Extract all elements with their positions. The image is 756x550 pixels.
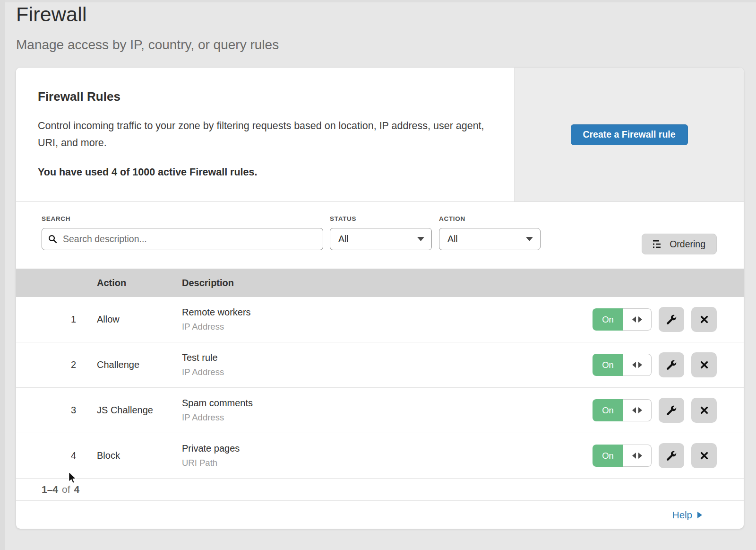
rule-description-cell: Spam comments IP Address <box>182 398 574 423</box>
rule-match-field: IP Address <box>182 322 574 332</box>
create-firewall-rule-button[interactable]: Create a Firewall rule <box>571 124 688 145</box>
rules-usage-count: You have used 4 of 1000 active Firewall … <box>38 166 486 178</box>
rule-priority: 1 <box>42 314 79 325</box>
edit-rule-button[interactable] <box>659 398 684 423</box>
status-select[interactable]: All <box>330 228 432 250</box>
rule-controls: On <box>574 307 744 332</box>
rule-description: Test rule <box>182 352 574 363</box>
rule-enabled-toggle[interactable]: On <box>593 399 652 421</box>
rules-summary-text: Firewall Rules Control incoming traffic … <box>16 68 514 201</box>
page-subtitle: Manage access by IP, country, or query r… <box>16 37 279 52</box>
ordering-button-label: Ordering <box>670 239 705 250</box>
rules-table-body: 1 Allow Remote workers IP Address On <box>16 297 744 479</box>
delete-rule-button[interactable] <box>691 443 717 468</box>
ordering-button[interactable]: Ordering <box>642 234 717 254</box>
search-icon <box>48 235 57 244</box>
pagination-total: 4 <box>74 484 80 495</box>
edit-rule-button[interactable] <box>659 443 684 468</box>
toggle-state-label[interactable]: On <box>593 445 623 467</box>
chevron-down-icon <box>526 237 533 241</box>
edit-rule-button[interactable] <box>659 352 684 377</box>
triangle-right-icon <box>638 453 642 459</box>
toggle-arrows-icon[interactable] <box>623 445 652 467</box>
close-icon <box>700 451 709 460</box>
help-arrow-icon <box>697 512 702 518</box>
toggle-arrows-icon[interactable] <box>623 308 652 331</box>
triangle-right-icon <box>638 407 642 413</box>
rule-match-field: URI Path <box>182 458 574 468</box>
delete-rule-button[interactable] <box>691 398 717 423</box>
wrench-icon <box>666 405 677 416</box>
ordering-list-icon <box>653 240 663 248</box>
rules-card-title: Firewall Rules <box>38 89 486 104</box>
rule-match-field: IP Address <box>182 367 574 377</box>
window-top-edge <box>0 0 756 2</box>
triangle-right-icon <box>638 362 642 368</box>
toggle-state-label[interactable]: On <box>593 354 623 376</box>
status-label: STATUS <box>330 215 432 222</box>
table-row: 4 Block Private pages URI Path On <box>16 433 744 479</box>
chevron-down-icon <box>417 237 424 241</box>
search-filter-group: SEARCH <box>42 215 323 250</box>
toggle-arrows-icon[interactable] <box>623 354 652 376</box>
rule-action: Challenge <box>79 359 182 370</box>
window-left-edge <box>0 0 5 550</box>
toggle-state-label[interactable]: On <box>593 308 623 331</box>
action-label: ACTION <box>439 215 541 222</box>
action-selected-value: All <box>447 234 458 244</box>
rule-enabled-toggle[interactable]: On <box>593 354 652 376</box>
triangle-right-icon <box>638 316 642 323</box>
triangle-left-icon <box>632 316 636 323</box>
action-column-header: Action <box>79 278 182 288</box>
pagination-row: 1–4 of 4 <box>16 479 744 501</box>
rule-description-cell: Test rule IP Address <box>182 352 574 377</box>
rule-description: Spam comments <box>182 398 574 409</box>
delete-rule-button[interactable] <box>691 307 717 332</box>
rule-action: Block <box>79 450 182 461</box>
rule-controls: On <box>574 352 744 377</box>
close-icon <box>700 406 709 415</box>
triangle-left-icon <box>632 407 636 413</box>
toggle-state-label[interactable]: On <box>593 399 623 421</box>
rule-description-cell: Private pages URI Path <box>182 443 574 468</box>
wrench-icon <box>666 451 677 461</box>
help-link[interactable]: Help <box>672 509 702 521</box>
triangle-left-icon <box>632 453 636 459</box>
page-title: Firewall <box>16 3 279 26</box>
rule-priority: 2 <box>42 359 79 370</box>
page-header: Firewall Manage access by IP, country, o… <box>16 3 279 52</box>
delete-rule-button[interactable] <box>691 352 717 377</box>
rule-enabled-toggle[interactable]: On <box>593 308 652 331</box>
pagination-range: 1–4 <box>42 484 58 495</box>
wrench-icon <box>666 314 677 325</box>
action-select[interactable]: All <box>439 228 541 250</box>
toggle-arrows-icon[interactable] <box>623 399 652 421</box>
search-input[interactable] <box>62 233 317 245</box>
filter-bar: SEARCH STATUS All ACTION All <box>16 202 744 269</box>
rule-action: Allow <box>79 314 182 325</box>
description-column-header: Description <box>182 278 574 288</box>
rule-controls: On <box>574 443 744 468</box>
rule-description-cell: Remote workers IP Address <box>182 307 574 332</box>
rule-description: Private pages <box>182 443 574 454</box>
help-row: Help <box>16 501 744 529</box>
status-selected-value: All <box>338 234 349 244</box>
edit-rule-button[interactable] <box>659 307 684 332</box>
close-icon <box>700 315 709 324</box>
table-row: 2 Challenge Test rule IP Address On <box>16 342 744 388</box>
firewall-rules-card: Firewall Rules Control incoming traffic … <box>16 68 744 529</box>
help-link-label: Help <box>672 509 692 521</box>
rule-description: Remote workers <box>182 307 574 318</box>
status-filter-group: STATUS All <box>330 215 432 250</box>
rule-priority: 4 <box>42 450 79 461</box>
rules-card-description: Control incoming traffic to your zone by… <box>38 117 484 151</box>
search-box <box>42 228 323 250</box>
pagination-of: of <box>62 484 70 495</box>
wrench-icon <box>666 360 677 370</box>
triangle-left-icon <box>632 362 636 368</box>
rule-enabled-toggle[interactable]: On <box>593 445 652 467</box>
search-label: SEARCH <box>42 215 323 222</box>
create-rule-panel: Create a Firewall rule <box>514 68 744 201</box>
rule-action: JS Challenge <box>79 405 182 416</box>
rule-controls: On <box>574 398 744 423</box>
